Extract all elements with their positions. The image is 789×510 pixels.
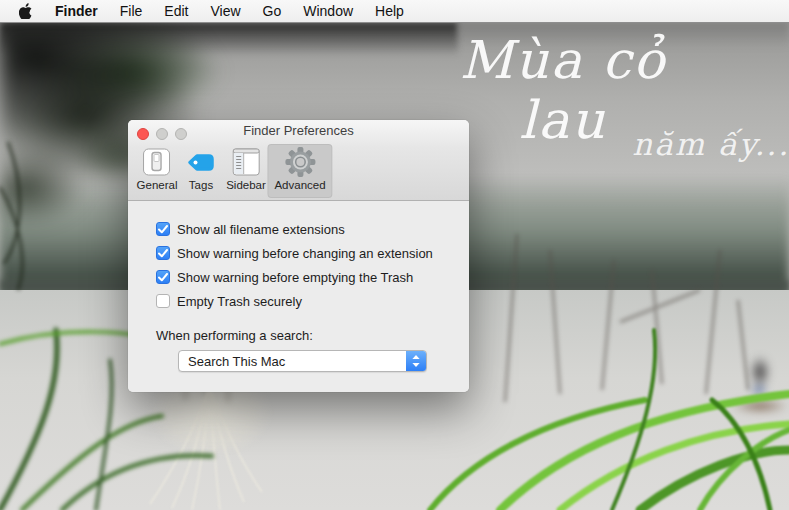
tab-sidebar[interactable]: Sidebar xyxy=(219,144,273,198)
advanced-pane: Show all filename extensions Show warnin… xyxy=(128,201,469,392)
checkbox-group: Show all filename extensions Show warnin… xyxy=(128,201,469,313)
checkbox-warn-empty-trash[interactable] xyxy=(156,270,170,284)
tab-label: Tags xyxy=(189,179,213,191)
row-show-extensions: Show all filename extensions xyxy=(156,217,469,241)
dropdown-chevrons-icon xyxy=(406,351,426,371)
search-scope-dropdown[interactable]: Search This Mac xyxy=(178,350,427,372)
row-warn-extension-change: Show warning before changing an extensio… xyxy=(156,241,469,265)
row-empty-trash-securely: Empty Trash securely xyxy=(156,289,469,313)
sidebar-window-icon xyxy=(232,146,260,178)
tab-label: Advanced xyxy=(274,179,325,191)
menu-item-view[interactable]: View xyxy=(199,0,251,22)
tab-tags[interactable]: Tags xyxy=(179,144,223,198)
tab-general[interactable]: General xyxy=(130,144,185,198)
checkbox-show-extensions[interactable] xyxy=(156,222,170,236)
menu-item-finder[interactable]: Finder xyxy=(47,0,109,22)
tag-icon xyxy=(186,146,216,178)
tab-label: General xyxy=(137,179,178,191)
window-chrome: Finder Preferences General xyxy=(128,120,469,201)
tab-advanced[interactable]: Advanced xyxy=(267,144,332,198)
row-warn-empty-trash: Show warning before emptying the Trash xyxy=(156,265,469,289)
preferences-toolbar: General Tags xyxy=(128,144,469,198)
checkbox-label: Show all filename extensions xyxy=(177,222,345,237)
window-title: Finder Preferences xyxy=(128,120,469,141)
menu-bar: Finder File Edit View Go Window Help xyxy=(0,0,789,23)
wallpaper-caption-sub: năm ấy... xyxy=(595,126,789,162)
gear-icon xyxy=(284,146,316,178)
checkbox-warn-extension-change[interactable] xyxy=(156,246,170,260)
desktop: Mùa cỏ lau năm ấy... Finder File Edit Vi… xyxy=(0,0,789,510)
menu-item-file[interactable]: File xyxy=(109,0,154,22)
checkbox-label: Show warning before emptying the Trash xyxy=(177,270,413,285)
apple-logo-icon xyxy=(19,3,32,19)
menu-item-go[interactable]: Go xyxy=(252,0,293,22)
menu-item-help[interactable]: Help xyxy=(364,0,415,22)
finder-preferences-window: Finder Preferences General xyxy=(128,120,469,392)
dropdown-selected-value: Search This Mac xyxy=(179,354,406,369)
tab-label: Sidebar xyxy=(226,179,266,191)
apple-menu[interactable] xyxy=(0,3,47,19)
checkbox-label: Show warning before changing an extensio… xyxy=(177,246,433,261)
checkbox-empty-trash-securely[interactable] xyxy=(156,294,170,308)
search-section-label: When performing a search: xyxy=(156,327,469,345)
general-switch-icon xyxy=(143,146,171,178)
menu-item-edit[interactable]: Edit xyxy=(153,0,199,22)
checkbox-label: Empty Trash securely xyxy=(177,294,302,309)
menu-item-window[interactable]: Window xyxy=(292,0,364,22)
